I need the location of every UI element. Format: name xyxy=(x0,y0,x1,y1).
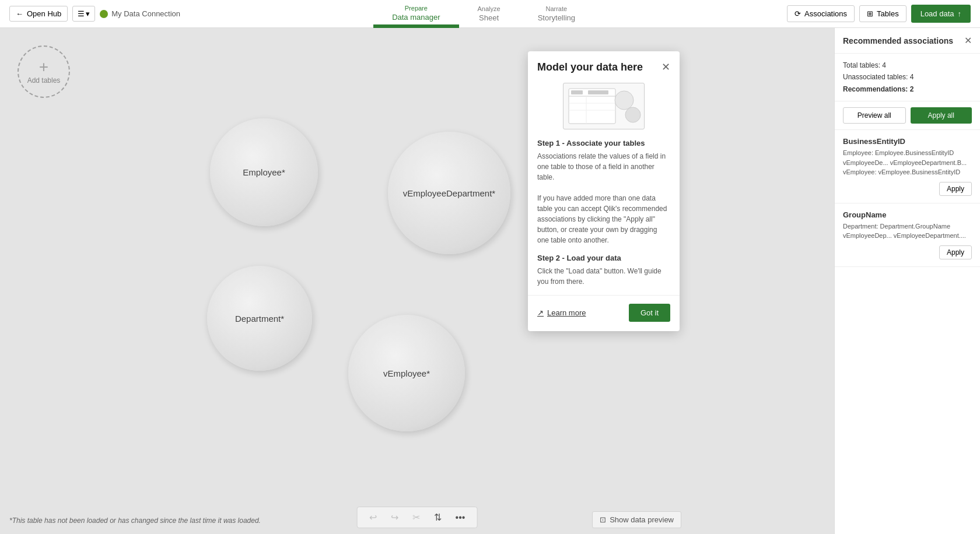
connection-status-icon xyxy=(100,10,108,18)
close-icon: ✕ xyxy=(662,61,670,73)
close-icon: ✕ xyxy=(964,36,972,45)
right-panel-stats: Total tables: 4 Unassociated tables: 4 R… xyxy=(835,54,980,101)
associations-icon: ⟳ xyxy=(794,9,801,18)
assoc-name-1: GroupName xyxy=(843,210,972,219)
modal-step1-text: Associations relate the values of a fiel… xyxy=(537,151,670,245)
right-panel-actions: Preview all Apply all xyxy=(835,101,980,130)
svg-rect-7 xyxy=(571,90,583,94)
tab-prepare-label: Data manager xyxy=(392,13,440,22)
nav-tabs: Prepare Data manager Analyze Sheet Narra… xyxy=(185,0,782,28)
right-panel-close-button[interactable]: ✕ xyxy=(964,35,972,46)
association-groupname: GroupName Department: Department.GroupNa… xyxy=(835,203,980,267)
apply-businessentityid-button[interactable]: Apply xyxy=(939,182,972,196)
load-data-button[interactable]: Load data ↑ xyxy=(911,5,971,23)
load-data-label: Load data xyxy=(921,9,954,18)
apply-0-label: Apply xyxy=(947,185,964,193)
unassociated-stat: Unassociated tables: 4 xyxy=(843,71,972,83)
tab-prepare[interactable]: Prepare Data manager xyxy=(373,0,459,28)
tab-narrate-sub: Narrate xyxy=(545,5,567,12)
right-panel-header: Recommended associations ✕ xyxy=(835,28,980,54)
tab-analyze-label: Sheet xyxy=(479,13,499,22)
modal-close-button[interactable]: ✕ xyxy=(662,61,670,73)
modal-body: Step 1 - Associate your tables Associati… xyxy=(528,139,680,287)
assoc-name-0: BusinessEntityID xyxy=(843,137,972,146)
external-link-icon: ↗ xyxy=(537,308,544,317)
model-data-modal: Model your data here ✕ xyxy=(528,51,680,331)
got-it-button[interactable]: Got it xyxy=(629,304,670,322)
right-panel-title: Recommended associations xyxy=(843,36,953,45)
arrow-left-icon: ← xyxy=(16,9,23,18)
preview-all-button[interactable]: Preview all xyxy=(843,107,906,124)
hamburger-icon: ☰ xyxy=(78,9,85,18)
upload-icon: ↑ xyxy=(958,9,962,18)
apply-groupname-button[interactable]: Apply xyxy=(939,245,972,259)
tab-prepare-sub: Prepare xyxy=(405,5,428,12)
modal-footer: ↗ Learn more Got it xyxy=(528,295,680,331)
tables-label: Tables xyxy=(877,9,899,18)
tab-analyze[interactable]: Analyze Sheet xyxy=(459,0,519,28)
modal-step2-title: Step 2 - Load your data xyxy=(537,254,670,262)
got-it-label: Got it xyxy=(640,308,659,317)
total-tables-stat: Total tables: 4 xyxy=(843,59,972,71)
tab-narrate-label: Storytelling xyxy=(538,13,575,22)
canvas[interactable]: + Add tables Employee* vEmployeeDepartme… xyxy=(0,28,834,534)
menu-button[interactable]: ☰ ▾ xyxy=(72,6,95,22)
assoc-detail-1: Department: Department.GroupName vEmploy… xyxy=(843,222,972,241)
associations-label: Associations xyxy=(804,9,847,18)
modal-step1-title: Step 1 - Associate your tables xyxy=(537,139,670,147)
modal-illustration xyxy=(528,73,680,139)
association-businessentityid: BusinessEntityID Employee: Employee.Busi… xyxy=(835,130,980,203)
nav-right: ⟳ Associations ⊞ Tables Load data ↑ xyxy=(787,5,971,23)
menu-chevron-icon: ▾ xyxy=(86,9,90,18)
modal-overlay xyxy=(0,28,834,534)
svg-rect-8 xyxy=(588,90,608,94)
apply-1-label: Apply xyxy=(947,248,964,257)
learn-more-button[interactable]: ↗ Learn more xyxy=(537,308,586,317)
open-hub-label: Open Hub xyxy=(27,9,61,18)
main-area: + Add tables Employee* vEmployeeDepartme… xyxy=(0,28,980,534)
modal-step2-text: Click the "Load data" button. We'll guid… xyxy=(537,266,670,287)
right-panel: Recommended associations ✕ Total tables:… xyxy=(834,28,980,534)
tables-icon: ⊞ xyxy=(867,9,873,18)
open-hub-button[interactable]: ← Open Hub xyxy=(9,6,68,22)
associations-button[interactable]: ⟳ Associations xyxy=(787,5,855,22)
preview-all-label: Preview all xyxy=(858,111,891,120)
tab-narrate[interactable]: Narrate Storytelling xyxy=(519,0,594,28)
modal-header: Model your data here ✕ xyxy=(528,51,680,73)
recommendations-stat: Recommendations: 2 xyxy=(843,85,914,93)
top-navigation: ← Open Hub ☰ ▾ My Data Connection Prepar… xyxy=(0,0,980,28)
svg-point-6 xyxy=(625,107,640,122)
assoc-detail-0: Employee: Employee.BusinessEntityID vEmp… xyxy=(843,148,972,177)
illustration-image xyxy=(563,83,645,129)
svg-point-5 xyxy=(615,91,634,110)
apply-all-button[interactable]: Apply all xyxy=(911,107,972,124)
nav-left: ← Open Hub ☰ ▾ My Data Connection xyxy=(9,6,180,22)
connection-label: My Data Connection xyxy=(100,9,180,18)
connection-name: My Data Connection xyxy=(111,9,180,18)
tables-button[interactable]: ⊞ Tables xyxy=(859,5,907,22)
modal-title: Model your data here xyxy=(537,61,643,73)
apply-all-label: Apply all xyxy=(928,111,954,120)
learn-more-label: Learn more xyxy=(547,308,586,317)
tab-analyze-sub: Analyze xyxy=(478,5,501,12)
